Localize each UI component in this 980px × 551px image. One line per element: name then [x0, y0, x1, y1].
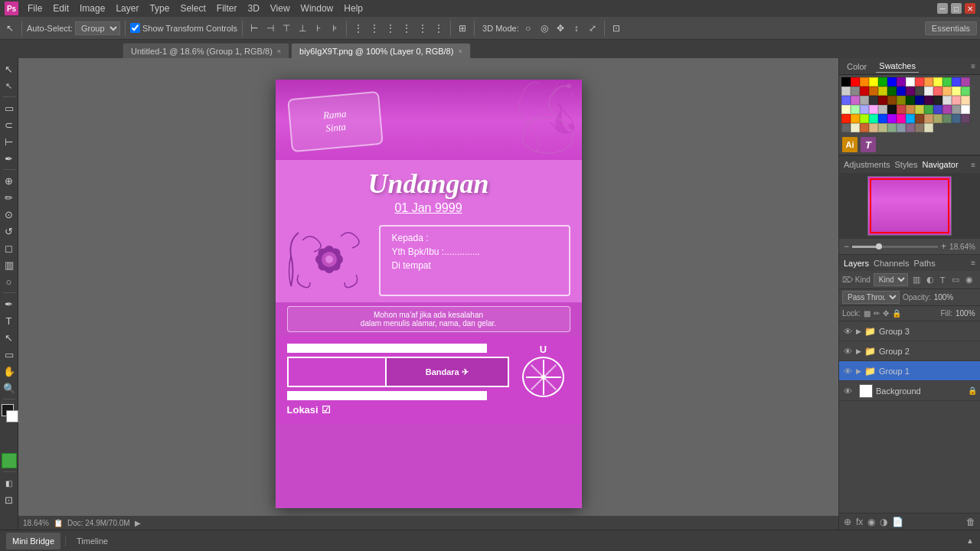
adjustments-tab[interactable]: Adjustments — [844, 160, 890, 169]
swatch-FFFF00[interactable] — [869, 77, 878, 86]
distribute-right[interactable]: ⋮ — [384, 21, 397, 35]
panel-menu-icon[interactable]: ≡ — [971, 62, 975, 70]
layers-menu[interactable]: ≡ — [971, 259, 975, 267]
layer-expand-2[interactable]: ▶ — [856, 367, 861, 375]
swatch-88AA88[interactable] — [887, 123, 897, 132]
lock-transparent[interactable]: ▩ — [864, 309, 871, 318]
layer-visibility-1[interactable]: 👁 — [842, 347, 853, 356]
swatch-CCCC00[interactable] — [878, 86, 887, 96]
channels-tab[interactable]: Channels — [874, 259, 909, 268]
swatch-CC4444[interactable] — [897, 105, 906, 114]
distribute-top[interactable]: ⋮ — [400, 21, 413, 35]
paths-tab[interactable]: Paths — [914, 259, 936, 268]
swatch-668866[interactable] — [942, 114, 952, 123]
swatch-660066[interactable] — [906, 86, 915, 96]
selection-tool[interactable]: ↖ — [2, 61, 17, 77]
direct-select-tool[interactable]: ↖ — [2, 78, 17, 93]
hand-tool[interactable]: ✋ — [2, 364, 17, 379]
menu-file[interactable]: File — [23, 3, 47, 14]
swatch-FFFF44[interactable] — [933, 77, 942, 86]
swatch-884400[interactable] — [887, 96, 897, 105]
3d-slide[interactable]: ↕ — [570, 21, 583, 35]
swatch-AAFFAA[interactable] — [851, 105, 860, 114]
align-right[interactable]: ⊤ — [279, 21, 293, 35]
win-minimize[interactable]: ─ — [937, 3, 948, 14]
filter-adjust[interactable]: ◐ — [925, 275, 936, 285]
swatch-888800[interactable] — [897, 96, 906, 105]
swatch-FF8800[interactable] — [860, 77, 869, 86]
dodge-tool[interactable]: ○ — [2, 274, 17, 289]
transform-options[interactable]: ⊞ — [456, 21, 469, 35]
swatch-AA44AA[interactable] — [942, 105, 952, 114]
swatch-000088[interactable] — [915, 96, 924, 105]
swatch-884422[interactable] — [915, 114, 924, 123]
menu-layer[interactable]: Layer — [111, 3, 143, 14]
green-foreground[interactable] — [2, 453, 17, 468]
swatch-CC9966[interactable] — [924, 114, 933, 123]
show-transform-checkbox[interactable] — [130, 23, 140, 33]
swatch-CC6600[interactable] — [869, 86, 878, 96]
delete-layer-icon[interactable]: 🗑 — [966, 517, 975, 527]
filter-kind-select[interactable]: Kind — [874, 273, 908, 286]
lock-position[interactable]: ✥ — [883, 309, 889, 318]
nav-zoom-plus[interactable]: + — [941, 241, 946, 252]
swatch-CC6633[interactable] — [860, 123, 869, 132]
swatch-FFBB66[interactable] — [942, 86, 952, 96]
pen-tool[interactable]: ✒ — [2, 296, 17, 311]
lock-all[interactable]: 🔒 — [892, 309, 901, 318]
background-color[interactable] — [6, 410, 18, 422]
align-top[interactable]: ⊥ — [296, 21, 309, 35]
swatch-00FFAA[interactable] — [869, 114, 878, 123]
bottom-arrow[interactable]: ▲ — [966, 536, 974, 545]
new-group-icon[interactable]: ⊕ — [844, 517, 851, 527]
tab-png-close[interactable]: × — [458, 47, 462, 55]
move-tool[interactable]: ↖ — [3, 21, 17, 35]
swatch-8800AA[interactable] — [897, 77, 906, 86]
marquee-tool[interactable]: ▭ — [2, 100, 17, 116]
swatch-446688[interactable] — [952, 114, 961, 123]
swatch-FF9944[interactable] — [924, 77, 933, 86]
layer-visibility-2[interactable]: 👁 — [842, 367, 853, 376]
swatch-FF0000[interactable] — [851, 77, 860, 86]
ai-icon[interactable]: Ai — [842, 137, 858, 152]
swatch-66DD66[interactable] — [961, 86, 970, 96]
swatch-887766[interactable] — [915, 123, 924, 132]
swatch-FF2200[interactable] — [841, 114, 851, 123]
filter-shape[interactable]: ▭ — [950, 275, 961, 285]
swatch-222222[interactable] — [933, 96, 942, 105]
layer-item-1[interactable]: 👁▶📁Group 2 — [839, 341, 980, 361]
mask-icon[interactable]: ◉ — [867, 517, 875, 527]
menu-filter[interactable]: Filter — [212, 3, 242, 14]
canvas-arrow[interactable]: ▶ — [135, 519, 141, 527]
layer-visibility-0[interactable]: 👁 — [842, 327, 853, 336]
opacity-value[interactable]: 100% — [934, 293, 956, 302]
swatch-44AA44[interactable] — [924, 105, 933, 114]
swatch-FFFF88[interactable] — [952, 86, 961, 96]
swatch-886688[interactable] — [906, 123, 915, 132]
swatch-FFAAFF[interactable] — [869, 105, 878, 114]
swatch-664466[interactable] — [961, 114, 970, 123]
tab-timeline[interactable]: Timeline — [70, 533, 114, 549]
tab-png[interactable]: biy6IgX9T.png @ 100% (Layer 0, RGB/8) × — [291, 43, 471, 58]
swatch-440044[interactable] — [924, 96, 933, 105]
text-icon[interactable]: T — [861, 137, 876, 152]
layers-tab[interactable]: Layers — [844, 259, 869, 268]
lock-image[interactable]: ✏ — [874, 309, 880, 318]
gradient-tool[interactable]: ▥ — [2, 257, 17, 272]
tab-mini-bridge[interactable]: Mini Bridge — [6, 533, 60, 549]
brush-tool[interactable]: ✏ — [2, 190, 17, 205]
swatch-DDDDDD[interactable] — [942, 96, 952, 105]
styles-tab[interactable]: Styles — [895, 160, 918, 169]
swatch-CC0000[interactable] — [860, 86, 869, 96]
swatch-BBBBBB[interactable] — [878, 105, 887, 114]
swatch-AAFF00[interactable] — [860, 114, 869, 123]
filter-type[interactable]: T — [939, 276, 947, 285]
3d-scale[interactable]: ⤢ — [586, 21, 599, 35]
canvas-area[interactable]: RamaSinta 𝓈 Undangan 01 Jan 9999 — [18, 58, 838, 530]
swatch-FFFFCC[interactable] — [841, 105, 851, 114]
swatch-111111[interactable] — [887, 105, 897, 114]
swatch-880000[interactable] — [878, 96, 887, 105]
filter-smart[interactable]: ◉ — [964, 275, 975, 285]
3d-roll[interactable]: ◎ — [537, 21, 551, 35]
eyedropper-tool[interactable]: ✒ — [2, 151, 17, 166]
